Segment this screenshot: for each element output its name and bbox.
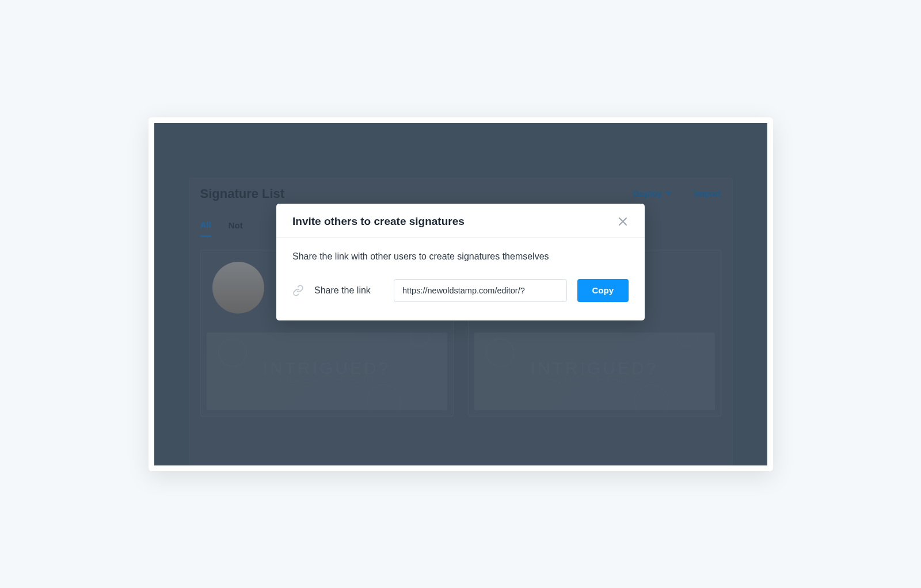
close-icon xyxy=(618,217,627,226)
share-link-input[interactable] xyxy=(394,279,567,302)
modal-title: Invite others to create signatures xyxy=(292,215,465,228)
close-button[interactable] xyxy=(617,216,629,227)
invite-modal: Invite others to create signatures Share… xyxy=(276,204,645,320)
share-label: Share the link xyxy=(314,285,383,296)
copy-button[interactable]: Copy xyxy=(577,279,629,302)
app-window: Signature List Deploy Import All Not xyxy=(154,123,767,465)
outer-frame: Signature List Deploy Import All Not xyxy=(149,117,773,471)
modal-header: Invite others to create signatures xyxy=(276,204,645,238)
link-icon xyxy=(292,285,304,296)
modal-body: Share the link with other users to creat… xyxy=(276,238,645,320)
share-row: Share the link Copy xyxy=(292,279,629,302)
modal-description: Share the link with other users to creat… xyxy=(292,251,629,262)
